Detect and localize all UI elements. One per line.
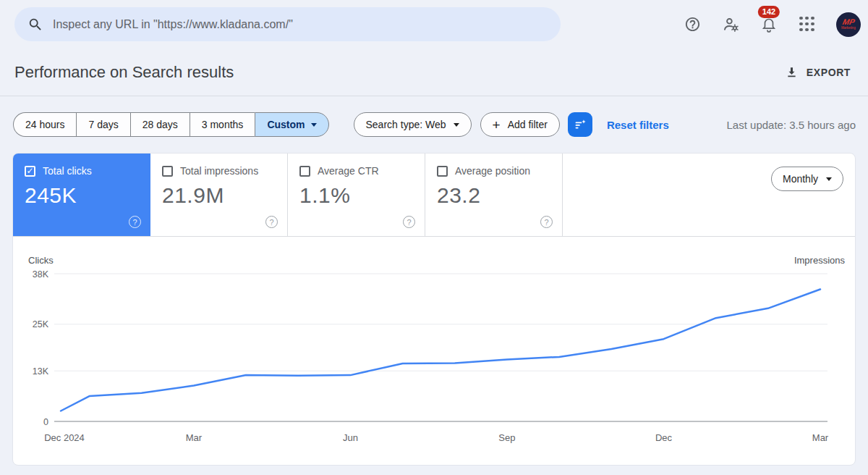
topbar: 142 MP Marketing bbox=[0, 0, 868, 49]
url-inspect-search-bar[interactable] bbox=[14, 7, 561, 41]
chevron-down-icon bbox=[826, 177, 832, 181]
download-icon bbox=[785, 65, 799, 79]
svg-text:13K: 13K bbox=[33, 366, 49, 377]
svg-text:Dec: Dec bbox=[655, 432, 673, 443]
clicks-line-chart: 013K25K38KClicksImpressionsDec 2024MarJu… bbox=[13, 237, 855, 454]
notifications-button[interactable]: 142 bbox=[760, 15, 778, 34]
performance-chart[interactable]: 013K25K38KClicksImpressionsDec 2024MarJu… bbox=[13, 237, 855, 466]
reset-filters-link[interactable]: Reset filters bbox=[607, 119, 669, 131]
account-settings-button[interactable] bbox=[721, 15, 740, 34]
export-button[interactable]: EXPORT bbox=[785, 65, 851, 79]
svg-text:Clicks: Clicks bbox=[28, 255, 54, 266]
svg-text:25K: 25K bbox=[33, 319, 49, 329]
account-avatar[interactable]: MP Marketing bbox=[836, 12, 861, 37]
metric-card-total-clicks[interactable]: ✓ Total clicks 245K ? bbox=[13, 154, 150, 236]
bell-icon bbox=[760, 16, 778, 33]
avatar-logo: MP bbox=[842, 18, 856, 26]
help-icon[interactable]: ? bbox=[403, 216, 415, 228]
metric-cards-row: ✓ Total clicks 245K ? Total impressions … bbox=[13, 154, 855, 237]
help-icon[interactable]: ? bbox=[129, 216, 141, 228]
help-button[interactable] bbox=[683, 15, 702, 34]
manage-accounts-icon bbox=[722, 15, 740, 33]
page-header: Performance on Search results EXPORT bbox=[0, 49, 868, 96]
date-range-custom[interactable]: Custom bbox=[255, 112, 328, 137]
help-icon bbox=[684, 16, 701, 33]
filter-sparkle-icon bbox=[572, 117, 588, 133]
help-icon[interactable]: ? bbox=[540, 216, 553, 228]
notification-count-badge: 142 bbox=[758, 6, 780, 18]
help-icon[interactable]: ? bbox=[265, 216, 278, 228]
search-input[interactable] bbox=[53, 18, 501, 31]
svg-text:Impressions: Impressions bbox=[794, 255, 846, 266]
granularity-dropdown[interactable]: Monthly bbox=[771, 167, 843, 191]
checkbox-unchecked-icon[interactable] bbox=[437, 166, 448, 177]
chevron-down-icon bbox=[454, 123, 459, 127]
average-position-value: 23.2 bbox=[437, 183, 550, 208]
chevron-down-icon bbox=[311, 123, 317, 127]
checkbox-unchecked-icon[interactable] bbox=[162, 166, 173, 177]
filter-bar: 24 hours 7 days 28 days 3 months Custom … bbox=[0, 96, 868, 153]
metric-card-average-ctr[interactable]: Average CTR 1.1% ? bbox=[288, 154, 425, 236]
performance-panel: ✓ Total clicks 245K ? Total impressions … bbox=[12, 153, 856, 466]
metric-card-average-position[interactable]: Average position 23.2 ? bbox=[425, 154, 563, 236]
date-range-7-days[interactable]: 7 days bbox=[76, 112, 129, 137]
plus-icon: + bbox=[493, 118, 501, 132]
smart-filter-button[interactable] bbox=[568, 112, 592, 137]
svg-text:Sep: Sep bbox=[498, 432, 515, 443]
total-impressions-value: 21.9M bbox=[162, 183, 276, 208]
svg-text:Mar: Mar bbox=[186, 432, 203, 443]
date-range-28-days[interactable]: 28 days bbox=[130, 112, 190, 137]
page-title: Performance on Search results bbox=[14, 63, 234, 82]
date-range-group: 24 hours 7 days 28 days 3 months Custom bbox=[13, 112, 329, 137]
svg-text:Jun: Jun bbox=[343, 432, 358, 443]
search-icon bbox=[27, 17, 43, 33]
last-update-text: Last update: 3.5 hours ago bbox=[727, 119, 856, 131]
svg-text:38K: 38K bbox=[33, 269, 49, 279]
add-filter-button[interactable]: + Add filter bbox=[480, 112, 560, 137]
metric-card-total-impressions[interactable]: Total impressions 21.9M ? bbox=[150, 154, 288, 236]
checkbox-checked-icon[interactable]: ✓ bbox=[25, 166, 35, 177]
svg-text:Dec 2024: Dec 2024 bbox=[44, 432, 85, 443]
total-clicks-value: 245K bbox=[25, 183, 139, 208]
date-range-3-months[interactable]: 3 months bbox=[190, 112, 255, 137]
checkbox-unchecked-icon[interactable] bbox=[299, 166, 310, 177]
svg-text:Mar: Mar bbox=[812, 432, 829, 443]
google-apps-button[interactable] bbox=[798, 15, 817, 34]
search-type-dropdown[interactable]: Search type: Web bbox=[354, 112, 472, 137]
date-range-24-hours[interactable]: 24 hours bbox=[13, 112, 76, 137]
average-ctr-value: 1.1% bbox=[299, 183, 413, 208]
svg-text:0: 0 bbox=[43, 417, 48, 427]
apps-grid-icon bbox=[799, 17, 815, 33]
